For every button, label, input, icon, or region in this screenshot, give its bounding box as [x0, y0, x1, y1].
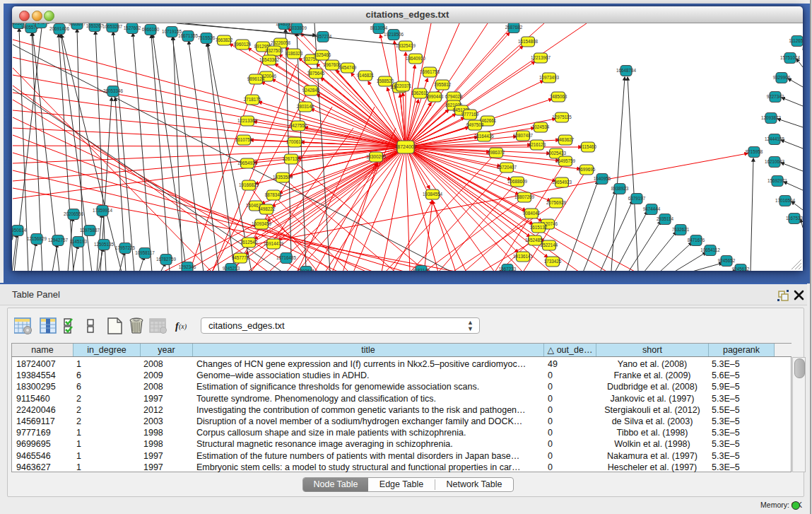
svg-text:(x): (x)	[179, 322, 187, 331]
svg-text:10688609: 10688609	[507, 179, 528, 184]
svg-text:20691406: 20691406	[49, 26, 70, 31]
svg-text:9146821: 9146821	[357, 73, 375, 78]
svg-text:6379197: 6379197	[628, 196, 646, 201]
svg-text:1292346: 1292346	[179, 264, 196, 269]
svg-text:8454749: 8454749	[339, 65, 357, 70]
svg-text:19654923: 19654923	[552, 180, 572, 185]
svg-text:1498222: 1498222	[258, 206, 276, 211]
svg-text:8215958: 8215958	[746, 149, 763, 154]
svg-text:10973493: 10973493	[539, 75, 560, 80]
svg-text:13325419: 13325419	[396, 43, 416, 48]
svg-text:8878341: 8878341	[265, 192, 283, 197]
svg-text:8960124: 8960124	[234, 42, 252, 47]
svg-text:7357274: 7357274	[314, 34, 332, 39]
svg-text:16914479: 16914479	[264, 241, 284, 246]
svg-text:7663822: 7663822	[216, 37, 233, 42]
svg-text:7485063: 7485063	[550, 94, 567, 99]
svg-text:1588520: 1588520	[377, 78, 394, 83]
svg-text:7612540: 7612540	[240, 240, 258, 245]
svg-text:17957225: 17957225	[115, 245, 136, 250]
svg-text:1714342: 1714342	[33, 23, 50, 25]
svg-text:2687682: 2687682	[505, 25, 523, 30]
svg-text:9463627: 9463627	[557, 137, 575, 142]
svg-text:1145193: 1145193	[70, 239, 88, 244]
svg-text:9474444: 9474444	[643, 206, 661, 211]
svg-text:10958117: 10958117	[135, 250, 155, 255]
svg-text:9063677: 9063677	[69, 23, 86, 26]
svg-text:9327503: 9327503	[266, 48, 283, 53]
svg-text:19218506: 19218506	[384, 32, 404, 37]
svg-text:12213369: 12213369	[237, 118, 258, 123]
svg-text:15692971: 15692971	[767, 178, 788, 183]
svg-text:1610754: 1610754	[235, 137, 253, 142]
svg-text:9457771: 9457771	[232, 255, 249, 260]
svg-text:12505135: 12505135	[94, 242, 114, 247]
svg-text:17016504: 17016504	[775, 198, 796, 203]
svg-text:2935114: 2935114	[657, 216, 674, 221]
svg-text:12156829: 12156829	[27, 236, 47, 241]
svg-text:12444155: 12444155	[765, 136, 785, 141]
svg-text:19654935: 19654935	[237, 160, 258, 165]
svg-text:20206556: 20206556	[64, 211, 84, 216]
svg-text:9245652: 9245652	[718, 258, 736, 263]
svg-text:6497503: 6497503	[466, 122, 484, 127]
svg-text:9084047: 9084047	[523, 211, 541, 216]
svg-text:12093872: 12093872	[761, 115, 782, 120]
svg-text:1292645: 1292645	[298, 269, 315, 271]
svg-text:16648784: 16648784	[616, 68, 637, 73]
svg-text:7515526: 7515526	[198, 35, 216, 40]
svg-text:8990443: 8990443	[426, 94, 444, 99]
svg-text:10025433: 10025433	[546, 151, 567, 156]
svg-text:16210643: 16210643	[765, 159, 785, 164]
svg-text:2522144: 2522144	[541, 243, 558, 247]
svg-text:8220371: 8220371	[394, 83, 412, 88]
svg-text:8186323: 8186323	[286, 51, 303, 56]
svg-text:12213967: 12213967	[531, 55, 551, 60]
svg-text:16782759: 16782759	[156, 257, 177, 262]
svg-text:18807269: 18807269	[514, 194, 535, 199]
svg-text:10653287: 10653287	[102, 24, 123, 29]
svg-text:1567233: 1567233	[499, 267, 517, 271]
svg-text:6966160: 6966160	[142, 27, 160, 32]
svg-text:2986372: 2986372	[488, 150, 505, 155]
svg-text:1700612: 1700612	[286, 139, 304, 144]
svg-text:26053346: 26053346	[103, 88, 124, 93]
svg-text:1640955: 1640955	[594, 176, 611, 181]
svg-text:9227342: 9227342	[767, 94, 784, 99]
svg-text:9245612: 9245612	[732, 267, 750, 271]
svg-text:16495759: 16495759	[555, 158, 576, 163]
svg-text:6216123: 6216123	[529, 142, 546, 147]
svg-text:1527602: 1527602	[124, 25, 141, 30]
svg-text:1024534: 1024534	[532, 124, 550, 129]
svg-text:10807487: 10807487	[513, 133, 534, 138]
svg-text:23226058: 23226058	[271, 40, 291, 45]
svg-text:20756928: 20756928	[546, 200, 567, 205]
svg-text:14353584: 14353584	[273, 175, 293, 180]
svg-text:3267130: 3267130	[283, 156, 300, 161]
svg-text:19384554: 19384554	[423, 192, 443, 197]
svg-text:8813054: 8813054	[370, 25, 388, 30]
svg-text:9115460: 9115460	[579, 144, 597, 149]
svg-text:19166825: 19166825	[239, 182, 259, 187]
svg-text:18640910: 18640910	[406, 56, 426, 61]
svg-text:6794028: 6794028	[445, 94, 463, 99]
svg-text:1053267: 1053267	[86, 23, 104, 28]
svg-text:16961758: 16961758	[420, 69, 440, 74]
svg-text:14136141: 14136141	[513, 254, 534, 259]
svg-text:9427552: 9427552	[290, 123, 307, 128]
svg-text:17359914: 17359914	[93, 208, 113, 213]
svg-text:8938923: 8938923	[611, 186, 629, 191]
svg-text:2718176: 2718176	[244, 97, 261, 102]
svg-text:9245213: 9245213	[223, 266, 240, 271]
svg-text:15716485: 15716485	[276, 255, 297, 260]
svg-text:9699695: 9699695	[578, 167, 596, 172]
svg-text:18300295: 18300295	[366, 154, 387, 159]
svg-text:14524851: 14524851	[525, 238, 546, 243]
svg-text:9329906: 9329906	[773, 75, 791, 80]
svg-text:3875645: 3875645	[307, 71, 325, 76]
svg-text:1112654: 1112654	[789, 38, 803, 43]
svg-text:3950614: 3950614	[12, 228, 27, 233]
svg-text:1167533: 1167533	[786, 216, 803, 221]
svg-text:9777169: 9777169	[461, 112, 479, 117]
svg-text:9325466: 9325466	[314, 52, 331, 57]
